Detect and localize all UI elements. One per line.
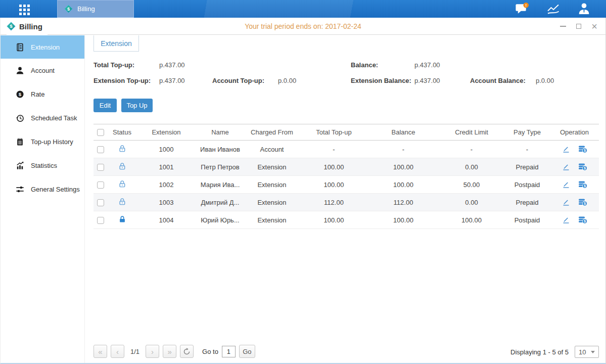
sidebar-item-extension[interactable]: Extension [0, 35, 84, 59]
prev-page-button[interactable]: ‹ [111, 345, 124, 358]
sidebar-item-label: Rate [31, 90, 44, 98]
sidebar-item-statistics[interactable]: Statistics [0, 154, 84, 177]
sidebar: Extension Account $ Rate Scheduled T [0, 35, 85, 364]
chart-icon[interactable] [546, 3, 560, 16]
svg-text:$: $ [67, 7, 70, 12]
table-header-row: Status Extension Name Charged From Total… [94, 124, 599, 141]
main-content: Extension Total Top-up: p.437.00 Balance… [85, 35, 606, 364]
top-up-coins-icon[interactable]: $ [578, 180, 587, 189]
extension-balance-value: p.437.00 [414, 77, 440, 84]
taskbar-tab-label: Billing [77, 5, 95, 13]
select-all-checkbox[interactable] [97, 129, 104, 136]
app-launcher-grid-icon[interactable] [19, 5, 30, 15]
row-checkbox[interactable] [97, 181, 104, 189]
top-bar: $ Billing ! [0, 0, 606, 18]
user-icon[interactable] [577, 3, 591, 16]
edit-pencil-icon[interactable] [562, 198, 570, 206]
sidebar-item-account[interactable]: Account [0, 59, 84, 82]
edit-pencil-icon[interactable] [562, 216, 570, 224]
table-row: 1003 Дмитрий Д... Extension 112.00 112.0… [94, 194, 599, 211]
row-checkbox[interactable] [97, 164, 104, 171]
sidebar-item-topup-history[interactable]: Top-up History [0, 130, 84, 154]
lock-open-icon [118, 200, 126, 207]
col-credit-limit: Credit Limit [439, 124, 504, 141]
account-icon [15, 66, 24, 75]
page-indicator: 1/1 [130, 348, 139, 355]
balance-label: Balance: [351, 61, 378, 69]
svg-text:$: $ [10, 23, 13, 29]
topup-history-icon [15, 138, 24, 147]
edit-pencil-icon[interactable] [562, 145, 570, 153]
sidebar-item-label: Extension [31, 43, 60, 51]
trial-notice: Your trial period ends on: 2017-02-24 [0, 18, 606, 35]
edit-pencil-icon[interactable] [562, 180, 570, 189]
sidebar-item-label: Scheduled Task [31, 114, 77, 122]
col-total-topup: Total Top-up [300, 124, 368, 141]
statistics-icon [15, 161, 24, 170]
col-charged-from: Charged From [244, 124, 300, 141]
extensions-table: Status Extension Name Charged From Total… [94, 124, 599, 229]
top-up-coins-icon[interactable]: $ [578, 163, 587, 171]
lock-open-icon [118, 182, 126, 190]
first-page-button[interactable]: « [94, 345, 107, 358]
sidebar-item-label: Statistics [31, 162, 57, 169]
goto-page-input[interactable] [222, 346, 236, 357]
billing-summary: Total Top-up: p.437.00 Balance: p.437.00… [85, 35, 606, 91]
refresh-button[interactable] [180, 345, 194, 358]
sidebar-item-rate[interactable]: $ Rate [0, 82, 84, 106]
sidebar-item-scheduled-task[interactable]: Scheduled Task [0, 106, 84, 130]
next-page-button[interactable]: › [146, 345, 159, 358]
rate-icon: $ [15, 90, 24, 99]
col-status: Status [108, 124, 136, 141]
scheduled-task-icon [15, 114, 24, 123]
row-checkbox[interactable] [97, 146, 104, 153]
go-button[interactable]: Go [239, 345, 255, 358]
col-operation: Operation [550, 124, 599, 141]
top-up-coins-icon[interactable]: $ [578, 198, 587, 206]
edit-button[interactable]: Edit [94, 99, 117, 112]
table-row: 1004 Юрий Юрь... Extension 100.00 100.00… [94, 211, 599, 229]
total-topup-label: Total Top-up: [94, 61, 134, 69]
window-title-text: Billing [19, 22, 42, 31]
general-settings-icon [15, 185, 24, 194]
top-up-coins-icon[interactable]: $ [578, 145, 587, 153]
col-balance: Balance [368, 124, 439, 141]
top-up-button[interactable]: Top Up [121, 99, 153, 112]
top-up-coins-icon[interactable]: $ [578, 216, 587, 224]
sidebar-item-label: General Settings [31, 186, 80, 193]
billing-diamond-icon: $ [7, 22, 16, 31]
sidebar-item-label: Top-up History [31, 138, 73, 146]
extension-balance-label: Extension Balance: [351, 77, 411, 84]
account-balance-label: Account Balance: [470, 77, 526, 84]
extension-topup-label: Extension Top-up: [94, 77, 151, 84]
table-row: 1002 Мария Ива... Extension 100.00 100.0… [94, 176, 599, 194]
billing-diamond-icon: $ [64, 5, 73, 13]
chat-icon[interactable]: ! [515, 3, 529, 16]
lock-closed-icon [118, 217, 126, 225]
col-extension: Extension [136, 124, 196, 141]
pagination-summary: Displaying 1 - 5 of 5 10 [510, 346, 599, 358]
table-row: 1000 Иван Иванов Account - - - - $ [94, 141, 599, 158]
svg-text:$: $ [18, 92, 21, 97]
pagination-bar: « ‹ 1/1 › » Go to Go [94, 345, 255, 358]
notification-badge: ! [525, 3, 527, 8]
col-name: Name [196, 124, 244, 141]
minimize-icon[interactable] [560, 23, 567, 30]
balance-value: p.437.00 [414, 61, 440, 69]
table-row: 1001 Петр Петров Extension 100.00 100.00… [94, 158, 599, 176]
goto-label: Go to [202, 348, 218, 355]
maximize-icon[interactable] [575, 23, 582, 30]
account-topup-value: p.0.00 [278, 77, 296, 84]
row-checkbox[interactable] [97, 217, 104, 224]
edit-pencil-icon[interactable] [562, 163, 570, 171]
page-size-select[interactable]: 10 [575, 346, 599, 358]
taskbar-tab-billing[interactable]: $ Billing [57, 0, 134, 18]
account-balance-value: p.0.00 [536, 77, 554, 84]
close-icon[interactable]: × [591, 23, 598, 30]
row-checkbox[interactable] [97, 199, 104, 206]
page-size-value: 10 [579, 348, 586, 356]
last-page-button[interactable]: » [163, 345, 176, 358]
window-header: Your trial period ends on: 2017-02-24 $ … [0, 18, 606, 35]
account-topup-label: Account Top-up: [212, 77, 264, 84]
sidebar-item-general-settings[interactable]: General Settings [0, 177, 84, 201]
